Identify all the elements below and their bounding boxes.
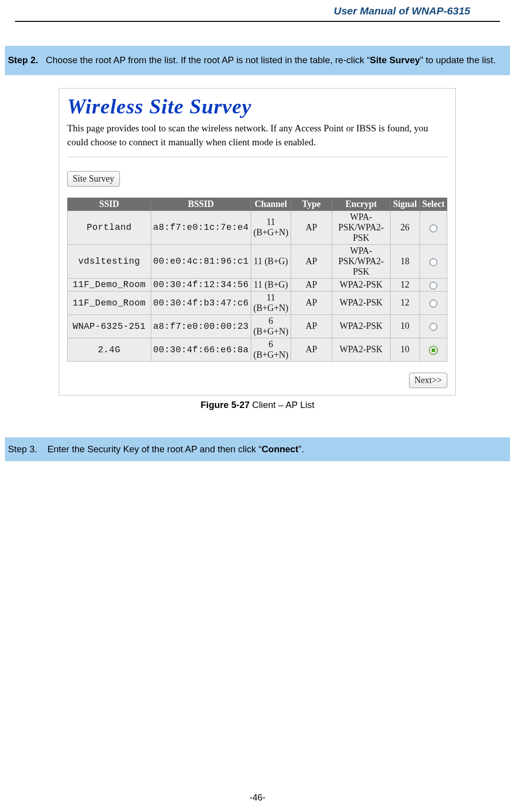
select-radio[interactable] xyxy=(429,346,437,354)
doc-header: User Manual of WNAP-6315 xyxy=(15,0,500,22)
step2-label: Step 2. xyxy=(8,55,38,65)
cell-encrypt: WPA-PSK/WPA2-PSK xyxy=(332,210,390,244)
select-radio[interactable] xyxy=(429,258,437,266)
step2-band: Step 2. Choose the root AP from the list… xyxy=(5,46,510,75)
cell-select xyxy=(420,210,447,244)
step2-text-after: ” to update the list. xyxy=(420,55,496,65)
survey-title: Wireless Site Survey xyxy=(67,95,447,118)
cell-signal: 26 xyxy=(390,210,420,244)
table-row: WNAP-6325-251a8:f7:e0:00:00:236 (B+G+N)A… xyxy=(68,314,447,338)
cell-select xyxy=(420,244,447,278)
cell-select xyxy=(420,314,447,338)
figure-caption-text: Client – AP List xyxy=(250,400,314,410)
survey-table: SSID BSSID Channel Type Encrypt Signal S… xyxy=(67,198,447,362)
select-radio[interactable] xyxy=(429,282,437,290)
next-button[interactable]: Next>> xyxy=(409,373,447,388)
cell-channel: 11 (B+G+N) xyxy=(251,210,291,244)
cell-bssid: a8:f7:e0:00:00:23 xyxy=(151,314,251,338)
cell-type: AP xyxy=(291,244,332,278)
cell-signal: 12 xyxy=(390,278,420,291)
cell-ssid: Portland xyxy=(68,210,151,244)
step3-label: Step 3. xyxy=(8,444,37,454)
cell-ssid: WNAP-6325-251 xyxy=(68,314,151,338)
select-radio[interactable] xyxy=(429,224,437,232)
table-row: Portlanda8:f7:e0:1c:7e:e411 (B+G+N)APWPA… xyxy=(68,210,447,244)
survey-divider xyxy=(67,157,447,157)
cell-type: AP xyxy=(291,278,332,291)
cell-bssid: 00:30:4f:b3:47:c6 xyxy=(151,291,251,314)
step2-bold: Site Survey xyxy=(370,55,420,65)
cell-bssid: 00:e0:4c:81:96:c1 xyxy=(151,244,251,278)
cell-encrypt: WPA2-PSK xyxy=(332,314,390,338)
cell-encrypt: WPA2-PSK xyxy=(332,291,390,314)
col-select: Select xyxy=(420,198,447,210)
cell-bssid: a8:f7:e0:1c:7e:e4 xyxy=(151,210,251,244)
step3-text-after: ”. xyxy=(299,444,304,454)
page-number: -46- xyxy=(0,793,515,803)
cell-channel: 6 (B+G+N) xyxy=(251,314,291,338)
cell-encrypt: WPA2-PSK xyxy=(332,338,390,361)
cell-bssid: 00:30:4f:12:34:56 xyxy=(151,278,251,291)
table-row: 11F_Demo_Room00:30:4f:b3:47:c611 (B+G+N)… xyxy=(68,291,447,314)
cell-select xyxy=(420,338,447,361)
step3-text-before: Enter the Security Key of the root AP an… xyxy=(47,444,262,454)
table-row: vdsltesting00:e0:4c:81:96:c111 (B+G)APWP… xyxy=(68,244,447,278)
cell-select xyxy=(420,278,447,291)
survey-description: This page provides tool to scan the wire… xyxy=(67,121,435,150)
survey-table-header-row: SSID BSSID Channel Type Encrypt Signal S… xyxy=(68,198,447,210)
cell-signal: 18 xyxy=(390,244,420,278)
figure-label: Figure 5-27 xyxy=(201,400,250,410)
step3-band: Step 3. Enter the Security Key of the ro… xyxy=(5,437,510,461)
col-bssid: BSSID xyxy=(151,198,251,210)
select-radio[interactable] xyxy=(429,323,437,331)
table-row: 11F_Demo_Room00:30:4f:12:34:5611 (B+G)AP… xyxy=(68,278,447,291)
cell-channel: 11 (B+G) xyxy=(251,278,291,291)
step3-bold: Connect xyxy=(262,444,299,454)
cell-encrypt: WPA-PSK/WPA2-PSK xyxy=(332,244,390,278)
site-survey-button[interactable]: Site Survey xyxy=(67,171,120,187)
col-signal: Signal xyxy=(390,198,420,210)
cell-type: AP xyxy=(291,338,332,361)
cell-channel: 6 (B+G+N) xyxy=(251,338,291,361)
step2-text-before: Choose the root AP from the list. If the… xyxy=(46,55,370,65)
cell-encrypt: WPA2-PSK xyxy=(332,278,390,291)
survey-screenshot: Wireless Site Survey This page provides … xyxy=(59,88,456,396)
cell-signal: 12 xyxy=(390,291,420,314)
cell-signal: 10 xyxy=(390,314,420,338)
col-type: Type xyxy=(291,198,332,210)
table-row: 2.4G00:30:4f:66:e6:8a6 (B+G+N)APWPA2-PSK… xyxy=(68,338,447,361)
cell-type: AP xyxy=(291,210,332,244)
cell-type: AP xyxy=(291,291,332,314)
col-ssid: SSID xyxy=(68,198,151,210)
figure-caption: Figure 5-27 Client – AP List xyxy=(5,400,510,410)
cell-channel: 11 (B+G+N) xyxy=(251,291,291,314)
cell-channel: 11 (B+G) xyxy=(251,244,291,278)
col-encrypt: Encrypt xyxy=(332,198,390,210)
cell-ssid: vdsltesting xyxy=(68,244,151,278)
select-radio[interactable] xyxy=(429,300,437,307)
cell-signal: 10 xyxy=(390,338,420,361)
cell-ssid: 2.4G xyxy=(68,338,151,361)
cell-ssid: 11F_Demo_Room xyxy=(68,278,151,291)
cell-type: AP xyxy=(291,314,332,338)
cell-bssid: 00:30:4f:66:e6:8a xyxy=(151,338,251,361)
cell-select xyxy=(420,291,447,314)
cell-ssid: 11F_Demo_Room xyxy=(68,291,151,314)
col-channel: Channel xyxy=(251,198,291,210)
